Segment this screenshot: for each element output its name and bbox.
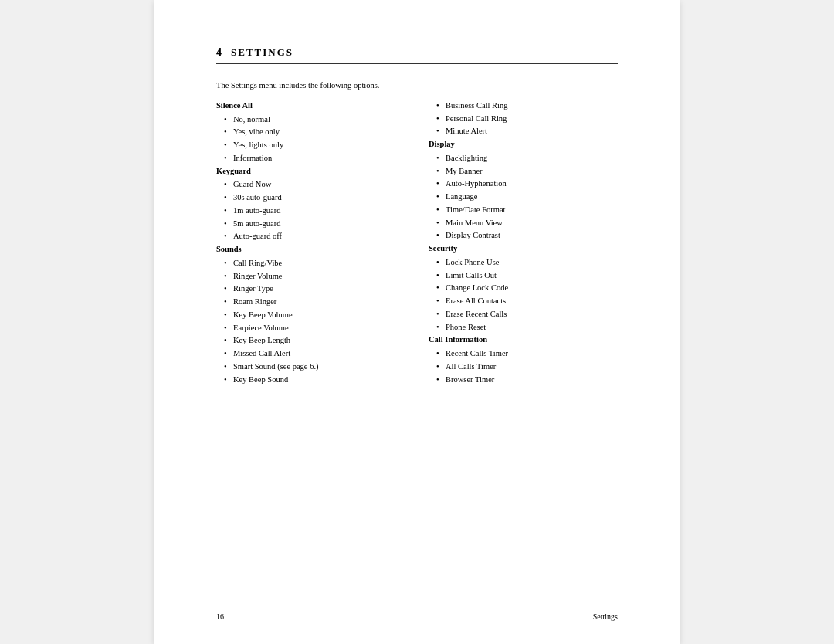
list-item: 30s auto-guard — [224, 192, 405, 204]
section-header-display: Display — [429, 138, 618, 151]
section-keyguard: Keyguard Guard Now 30s auto-guard 1m aut… — [216, 165, 405, 243]
list-item: Yes, lights only — [224, 139, 405, 151]
list-item: Ringer Volume — [224, 270, 405, 283]
list-item: Erase Recent Calls — [436, 308, 618, 320]
security-list: Lock Phone Use Limit Calls Out Change Lo… — [429, 256, 618, 334]
page-footer: 16 Settings — [216, 612, 618, 621]
list-item: 5m auto-guard — [224, 218, 405, 230]
section-header-security: Security — [429, 242, 618, 255]
list-item: Missed Call Alert — [224, 347, 405, 360]
list-item: Key Beep Length — [224, 334, 405, 347]
section-header-sounds: Sounds — [216, 243, 405, 256]
chapter-title: Settings — [231, 46, 293, 59]
list-item: Time/Date Format — [436, 204, 618, 216]
list-item: Ringer Type — [224, 283, 405, 295]
list-item: Auto-Hyphenation — [436, 178, 618, 190]
footer-section-name: Settings — [593, 612, 618, 621]
list-item: Main Menu View — [436, 217, 618, 229]
section-display: Display Backlighting My Banner Auto-Hyph… — [429, 138, 618, 242]
ring-types-list: Business Call Ring Personal Call Ring Mi… — [429, 100, 618, 137]
list-item: Auto-guard off — [224, 230, 405, 242]
section-header-silence-all: Silence All — [216, 100, 405, 112]
list-item: Phone Reset — [436, 321, 618, 334]
list-item: 1m auto-guard — [224, 205, 405, 217]
list-item: Backlighting — [436, 152, 618, 164]
section-security: Security Lock Phone Use Limit Calls Out … — [429, 242, 618, 333]
list-item: Business Call Ring — [436, 100, 618, 112]
list-item: Key Beep Volume — [224, 309, 405, 321]
list-item: Key Beep Sound — [224, 374, 405, 386]
list-item: Guard Now — [224, 178, 405, 191]
section-sounds: Sounds Call Ring/Vibe Ringer Volume Ring… — [216, 243, 405, 385]
intro-text: The Settings menu includes the following… — [216, 80, 618, 92]
chapter-header: 4 Settings — [216, 46, 618, 64]
right-column: Business Call Ring Personal Call Ring Mi… — [429, 100, 618, 387]
section-call-information: Call Information Recent Calls Timer All … — [429, 334, 618, 385]
list-item: Information — [224, 152, 405, 164]
sounds-list: Call Ring/Vibe Ringer Volume Ringer Type… — [216, 257, 405, 386]
call-information-list: Recent Calls Timer All Calls Timer Brows… — [429, 347, 618, 385]
section-header-call-information: Call Information — [429, 334, 618, 346]
list-item: Lock Phone Use — [436, 256, 618, 269]
list-item: No, normal — [224, 114, 405, 126]
left-column: Silence All No, normal Yes, vibe only Ye… — [216, 100, 405, 387]
chapter-number: 4 — [216, 46, 222, 59]
list-item: My Banner — [436, 165, 618, 178]
list-item: Browser Timer — [436, 374, 618, 386]
list-item: Earpiece Volume — [224, 322, 405, 334]
list-item: Display Contrast — [436, 229, 618, 242]
list-item: Minute Alert — [436, 125, 618, 137]
footer-page-number: 16 — [216, 612, 224, 621]
list-item: Roam Ringer — [224, 296, 405, 308]
keyguard-list: Guard Now 30s auto-guard 1m auto-guard 5… — [216, 178, 405, 242]
display-list: Backlighting My Banner Auto-Hyphenation … — [429, 152, 618, 242]
list-item: Language — [436, 191, 618, 203]
list-item: All Calls Timer — [436, 361, 618, 373]
section-ring-types: Business Call Ring Personal Call Ring Mi… — [429, 100, 618, 137]
list-item: Erase All Contacts — [436, 295, 618, 307]
section-silence-all: Silence All No, normal Yes, vibe only Ye… — [216, 100, 405, 164]
list-item: Smart Sound (see page 6.) — [224, 361, 405, 373]
list-item: Limit Calls Out — [436, 269, 618, 282]
list-item: Call Ring/Vibe — [224, 257, 405, 269]
list-item: Yes, vibe only — [224, 126, 405, 138]
list-item: Change Lock Code — [436, 282, 618, 294]
page: 4 Settings The Settings menu includes th… — [154, 0, 680, 644]
list-item: Recent Calls Timer — [436, 347, 618, 360]
section-header-keyguard: Keyguard — [216, 165, 405, 178]
silence-all-list: No, normal Yes, vibe only Yes, lights on… — [216, 114, 405, 164]
content-columns: Silence All No, normal Yes, vibe only Ye… — [216, 100, 618, 387]
list-item: Personal Call Ring — [436, 113, 618, 125]
